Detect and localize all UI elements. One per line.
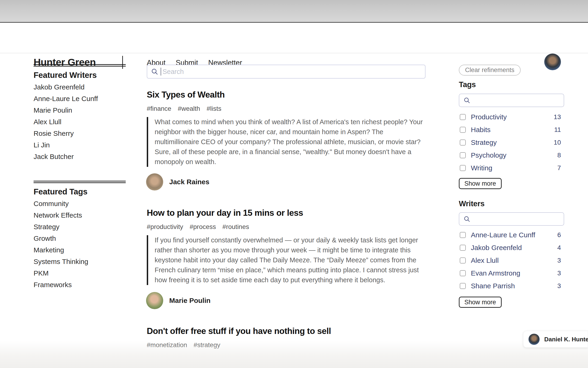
page: Hunter Green About Submit Newsletter Fea… [0, 0, 588, 368]
tag-filter-checkbox[interactable] [460, 165, 466, 171]
article-tag[interactable]: #strategy [193, 341, 220, 349]
site-header: Hunter Green About Submit Newsletter [0, 23, 588, 53]
facet-row: Writing 7 [459, 162, 564, 174]
featured-tag-item[interactable]: PKM [34, 267, 126, 279]
writer-filter-checkbox[interactable] [460, 232, 466, 238]
article-tag[interactable]: #finance [147, 105, 171, 112]
tag-filter-checkbox[interactable] [460, 152, 466, 158]
tag-filter-checkbox[interactable] [460, 114, 466, 120]
featured-writer-item[interactable]: Marie Poulin [34, 104, 126, 116]
writer-filter-checkbox[interactable] [460, 270, 466, 276]
search-icon [151, 68, 158, 75]
tags-facet-search [459, 94, 564, 107]
featured-writer-item[interactable]: Jack Butcher [34, 151, 126, 162]
facet-row: Psychology 8 [459, 149, 564, 162]
writer-filter-checkbox[interactable] [460, 283, 466, 289]
featured-writer-item[interactable]: Alex Llull [34, 116, 126, 128]
header-user-avatar[interactable] [544, 54, 561, 70]
featured-tag-item[interactable]: Growth [34, 233, 126, 244]
article-title[interactable]: Don't offer free stuff if you have nothi… [147, 326, 425, 336]
featured-tag-item[interactable]: Marketing [34, 244, 126, 256]
tag-filter-count: 11 [554, 126, 561, 133]
facet-row: Jakob Greenfeld 4 [459, 241, 564, 254]
featured-tags-section: Featured Tags Community Network Effects … [34, 181, 126, 291]
article-tag[interactable]: #wealth [178, 105, 200, 112]
article-tags: #monetization #strategy [147, 341, 425, 349]
writers-facet-search-input[interactable] [470, 213, 564, 225]
search-icon [464, 215, 470, 222]
main-search [147, 65, 425, 79]
tag-filter-label[interactable]: Strategy [471, 138, 554, 147]
writer-filter-count: 3 [557, 282, 561, 290]
writers-facet-list: Anne-Laure Le Cunff 6 Jakob Greenfeld 4 … [459, 229, 564, 292]
top-chrome-bar [0, 0, 588, 23]
tag-filter-label[interactable]: Psychology [471, 151, 557, 159]
featured-writer-item[interactable]: Jakob Greenfeld [34, 81, 126, 93]
tag-filter-count: 7 [557, 164, 561, 172]
user-badge-name: Daniel K. Hunter [544, 336, 588, 343]
author-avatar [146, 173, 163, 191]
facet-row: Strategy 10 [459, 136, 564, 149]
article-title[interactable]: How to plan your day in 15 mins or less [147, 208, 425, 218]
featured-writer-item[interactable]: Anne-Laure Le Cunff [34, 93, 126, 104]
featured-tags-heading: Featured Tags [34, 187, 126, 196]
article-tag[interactable]: #process [190, 223, 216, 230]
writer-filter-label[interactable]: Shane Parrish [471, 282, 557, 290]
writer-filter-count: 3 [557, 269, 561, 277]
user-badge[interactable]: Daniel K. Hunter [523, 331, 588, 348]
tag-filter-count: 8 [557, 152, 561, 159]
author-name: Marie Poulin [169, 297, 211, 304]
writer-filter-label[interactable]: Alex Llull [471, 257, 557, 264]
featured-tags-list: Community Network Effects Strategy Growt… [34, 198, 126, 291]
tag-filter-label[interactable]: Writing [471, 164, 557, 172]
tag-filter-count: 13 [554, 113, 561, 121]
writer-filter-count: 3 [557, 257, 561, 264]
article-tag[interactable]: #lists [207, 105, 221, 112]
tag-filter-label[interactable]: Habits [471, 126, 554, 134]
tags-facet-heading: Tags [459, 80, 564, 89]
facet-row: Alex Llull 3 [459, 254, 564, 267]
tag-filter-label[interactable]: Productivity [471, 113, 554, 121]
article-title[interactable]: Six Types of Wealth [147, 90, 425, 100]
featured-writers-heading: Featured Writers [34, 70, 126, 80]
article-tag[interactable]: #routines [222, 223, 249, 230]
featured-writer-item[interactable]: Rosie Sherry [34, 128, 126, 139]
tags-facet-search-input[interactable] [470, 94, 564, 107]
search-input[interactable] [161, 65, 425, 78]
writers-facet-heading: Writers [459, 199, 564, 208]
writer-filter-checkbox[interactable] [460, 245, 466, 251]
featured-tag-item[interactable]: Strategy [34, 221, 126, 233]
featured-tag-item[interactable]: Community [34, 198, 126, 210]
featured-tag-item[interactable]: Systems Thinking [34, 256, 126, 267]
facet-row: Anne-Laure Le Cunff 6 [459, 229, 564, 241]
article-tag[interactable]: #monetization [147, 341, 187, 349]
featured-tag-item[interactable]: Network Effects [34, 210, 126, 221]
tag-filter-checkbox[interactable] [460, 139, 466, 146]
writer-filter-label[interactable]: Anne-Laure Le Cunff [471, 231, 557, 239]
article-tag[interactable]: #productivity [147, 223, 183, 230]
article-author: Jack Raines [146, 173, 209, 191]
featured-tag-item[interactable]: Frameworks [34, 279, 126, 291]
article-excerpt: What comes to mind when you think of wea… [147, 117, 426, 167]
writer-filter-checkbox[interactable] [460, 258, 466, 264]
tags-facet-list: Productivity 13 Habits 11 Strategy 10 Ps… [459, 110, 564, 174]
article-tags: #finance #wealth #lists [147, 105, 425, 112]
writer-filter-label[interactable]: Evan Armstrong [471, 269, 557, 277]
featured-writers-section: Featured Writers Jakob Greenfeld Anne-La… [34, 64, 126, 162]
clear-refinements-button[interactable]: Clear refinements [459, 65, 521, 75]
tags-show-more-button[interactable]: Show more [459, 178, 502, 189]
search-icon [464, 97, 470, 104]
featured-writer-item[interactable]: Li Jin [34, 139, 126, 151]
facet-row: Habits 11 [459, 123, 564, 136]
tag-filter-count: 10 [554, 139, 561, 146]
facet-row: Evan Armstrong 3 [459, 267, 564, 279]
writer-filter-label[interactable]: Jakob Greenfeld [471, 244, 557, 252]
facet-row: Productivity 13 [459, 110, 564, 123]
article-tags: #productivity #process #routines [147, 223, 425, 230]
featured-writers-list: Jakob Greenfeld Anne-Laure Le Cunff Mari… [34, 81, 126, 162]
writers-facet-search [459, 212, 564, 226]
article-excerpt: If you find yourself constantly overwhel… [147, 235, 426, 285]
tag-filter-checkbox[interactable] [460, 127, 466, 133]
double-rule [34, 181, 126, 183]
writers-show-more-button[interactable]: Show more [459, 297, 502, 308]
